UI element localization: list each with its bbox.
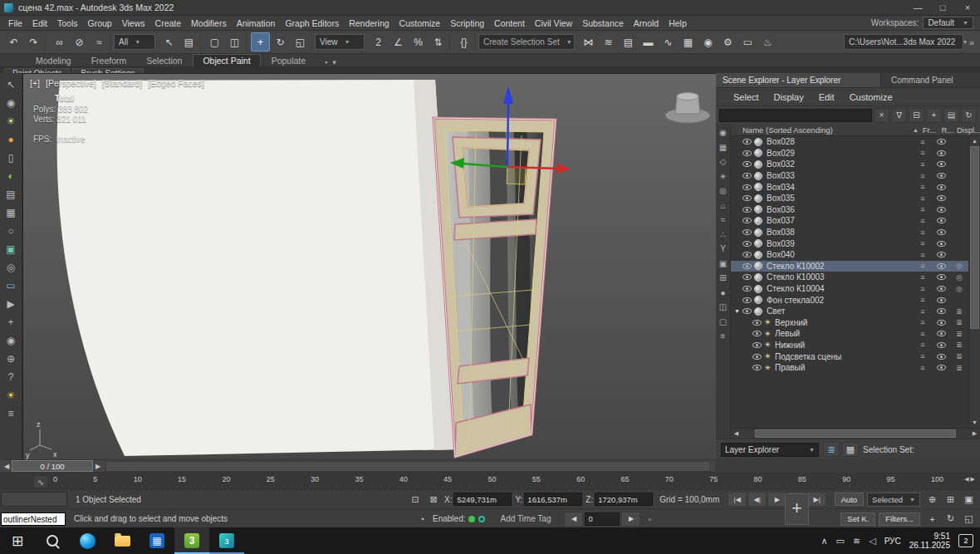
display-column-header[interactable]: Displ... bbox=[957, 125, 980, 135]
select-and-move-icon[interactable]: + bbox=[251, 32, 270, 51]
explorer-search-input[interactable] bbox=[719, 109, 872, 122]
visibility-eye-icon[interactable] bbox=[742, 274, 752, 280]
menu-civil-view[interactable]: Civil View bbox=[530, 18, 577, 28]
percent-snap-icon[interactable]: % bbox=[409, 32, 428, 51]
render-setup-icon[interactable]: ⚙ bbox=[718, 32, 737, 51]
isolate-selection-icon[interactable]: ⊡ bbox=[408, 493, 423, 507]
select-and-rotate-icon[interactable]: ↻ bbox=[271, 32, 290, 51]
frozen-toggle-icon[interactable]: ≡ bbox=[914, 352, 932, 360]
visibility-eye-icon[interactable] bbox=[742, 139, 752, 145]
render-toggle-icon[interactable] bbox=[932, 184, 950, 190]
menu-content[interactable]: Content bbox=[489, 18, 530, 28]
frozen-toggle-icon[interactable]: ≡ bbox=[914, 296, 932, 304]
visibility-eye-icon[interactable] bbox=[742, 229, 752, 235]
explorer-row[interactable]: Box033≡ bbox=[731, 170, 968, 182]
track-bar[interactable]: ∿ 05101520253035404550556065707580859095… bbox=[0, 473, 980, 491]
menu-customize[interactable]: Customize bbox=[394, 18, 446, 28]
select-object-icon[interactable]: ↖ bbox=[159, 32, 179, 51]
filter-bones-icon[interactable]: Y bbox=[718, 243, 729, 254]
menu-scripting[interactable]: Scripting bbox=[445, 18, 489, 28]
visibility-eye-icon[interactable] bbox=[742, 252, 752, 257]
next-key-button[interactable]: ▶ bbox=[621, 512, 640, 527]
container-dock-icon[interactable]: ▣ bbox=[3, 242, 19, 256]
z-coordinate-field[interactable] bbox=[595, 493, 653, 506]
frozen-toggle-icon[interactable]: ≡ bbox=[914, 172, 932, 180]
time-slider-track[interactable] bbox=[105, 461, 711, 472]
current-frame-field[interactable] bbox=[585, 512, 620, 526]
explorer-row[interactable]: ☀Левый≡≣ bbox=[731, 328, 968, 340]
render-toggle-icon[interactable] bbox=[932, 229, 950, 235]
render-toggle-icon[interactable] bbox=[932, 297, 950, 303]
menu-rendering[interactable]: Rendering bbox=[344, 18, 394, 28]
viewport-canvas[interactable]: z y x bbox=[23, 74, 716, 460]
filter-cameras-icon[interactable]: ◎ bbox=[718, 185, 729, 196]
schematic-view-icon[interactable]: ▦ bbox=[679, 32, 698, 51]
render-toggle-icon[interactable] bbox=[932, 263, 950, 269]
frozen-toggle-icon[interactable]: ≡ bbox=[914, 364, 932, 372]
start-button[interactable]: ⊞ bbox=[0, 527, 35, 554]
filter-lights-icon[interactable]: ☀ bbox=[718, 171, 729, 182]
mini-curve-editor-button[interactable]: ∿ bbox=[33, 475, 48, 488]
box-dock-icon[interactable]: ▦ bbox=[3, 205, 19, 219]
visibility-eye-icon[interactable] bbox=[752, 331, 762, 336]
render-toggle-icon[interactable] bbox=[932, 365, 950, 370]
file-explorer-icon[interactable] bbox=[105, 527, 140, 554]
frozen-toggle-icon[interactable]: ≡ bbox=[914, 205, 932, 213]
visibility-eye-icon[interactable] bbox=[742, 173, 752, 179]
filter-funnel-icon[interactable]: ∇ bbox=[891, 108, 907, 123]
visibility-eye-icon[interactable] bbox=[752, 342, 762, 348]
spark-dock-icon[interactable]: ☀ bbox=[3, 388, 19, 402]
explorer-row[interactable]: Box029≡ bbox=[731, 148, 968, 159]
select-and-scale-icon[interactable]: ◱ bbox=[291, 32, 310, 51]
reference-coordinate-dropdown[interactable]: View ▼ bbox=[315, 34, 365, 50]
explorer-mode-dropdown[interactable]: Layer Explorer ▼ bbox=[721, 443, 819, 457]
add-layer-icon[interactable]: + bbox=[926, 108, 942, 123]
key-selected-dropdown[interactable]: Selected ▼ bbox=[867, 493, 920, 507]
tray-expand-icon[interactable]: ∧ bbox=[821, 536, 828, 547]
frozen-toggle-icon[interactable]: ≡ bbox=[914, 149, 932, 157]
perspective-viewport[interactable]: z y x [+][Perspective][Standard][Edged F… bbox=[22, 73, 715, 459]
render-toggle-icon[interactable] bbox=[932, 308, 950, 314]
previous-frame-arrow[interactable]: ◀ bbox=[2, 463, 12, 470]
filter-materials-icon[interactable]: ● bbox=[718, 287, 729, 298]
explorer-vertical-scrollbar[interactable]: ▲ ▼ bbox=[968, 136, 980, 428]
curve-editor-icon[interactable]: ∿ bbox=[659, 32, 678, 51]
y-coordinate-field[interactable] bbox=[524, 493, 582, 506]
notes-dock-icon[interactable]: ≡ bbox=[3, 406, 19, 420]
explorer-menu-customize[interactable]: Customize bbox=[842, 92, 900, 102]
visibility-eye-icon[interactable] bbox=[742, 286, 752, 292]
viewport-label-0[interactable]: [+] bbox=[30, 78, 40, 88]
visibility-eye-icon[interactable] bbox=[742, 241, 752, 247]
window-crossing-icon[interactable]: ◫ bbox=[225, 32, 244, 51]
display-toggle-icon[interactable]: ≣ bbox=[950, 352, 968, 360]
viewport-label-2[interactable]: [Standard] bbox=[102, 78, 142, 88]
visibility-eye-icon[interactable] bbox=[742, 218, 752, 223]
explorer-row[interactable]: Фон стекла002≡ bbox=[731, 294, 968, 306]
viewport-label-3[interactable]: [Edged Faces] bbox=[148, 78, 204, 88]
notification-center-icon[interactable]: 2 bbox=[958, 534, 973, 547]
monitor-dock-icon[interactable]: ▭ bbox=[3, 278, 19, 292]
explorer-row[interactable]: ☀Верхний≡≣ bbox=[731, 317, 968, 329]
scroll-right-icon[interactable]: ▶ bbox=[969, 430, 980, 437]
time-slider-handle[interactable]: 0 / 100 bbox=[12, 460, 93, 472]
maxscript-listener-top[interactable] bbox=[1, 492, 67, 507]
set-keys-big-button[interactable]: + bbox=[785, 493, 809, 525]
explorer-row[interactable]: ☀Нижний≡≣ bbox=[731, 340, 968, 351]
frozen-toggle-icon[interactable]: ≡ bbox=[914, 318, 932, 326]
selection-lock-icon[interactable]: ⊠ bbox=[426, 493, 441, 507]
selection-region-icon[interactable]: ▢ bbox=[205, 32, 224, 51]
explorer-menu-display[interactable]: Display bbox=[767, 92, 811, 102]
eye-dock-icon[interactable]: ◉ bbox=[3, 333, 19, 347]
pan-icon[interactable]: + bbox=[924, 512, 941, 526]
frozen-column-header[interactable]: Fr... bbox=[920, 125, 938, 135]
close-button[interactable]: × bbox=[955, 0, 980, 15]
scroll-left-icon[interactable]: ◀ bbox=[731, 430, 742, 437]
character-dock-icon[interactable]: ◉ bbox=[3, 96, 19, 110]
next-frame-arrow[interactable]: ▶ bbox=[93, 463, 103, 470]
ribbon-tab-object-paint[interactable]: Object Paint bbox=[193, 54, 260, 66]
timeline-ticks[interactable]: 0510152025303540455055606570758085909510… bbox=[53, 475, 943, 487]
layers-icon[interactable]: ▤ bbox=[943, 108, 959, 123]
edge-icon[interactable] bbox=[70, 527, 105, 554]
unlink-selection-icon[interactable]: ⊘ bbox=[70, 32, 89, 51]
key-filters-button[interactable]: Filters... bbox=[879, 512, 920, 526]
